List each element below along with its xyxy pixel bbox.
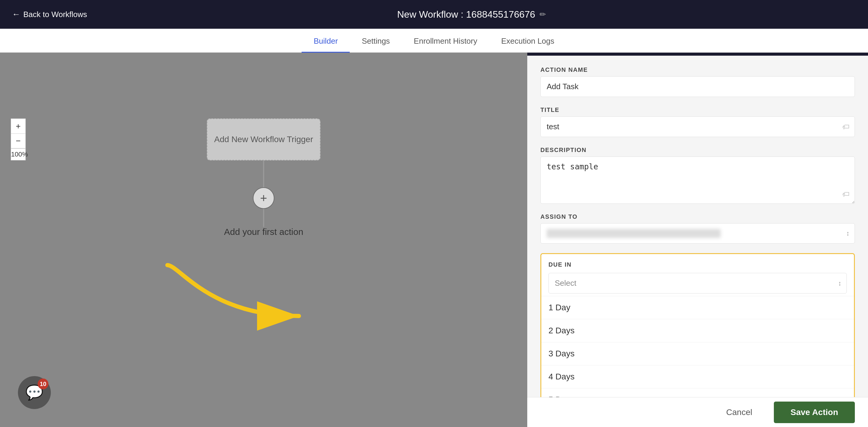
assign-to-group: ASSIGN TO ↕ (540, 214, 855, 244)
workflow-trigger-box[interactable]: Add New Workflow Trigger (207, 118, 320, 161)
due-in-section: DUE IN Select ↕ 1 Day 2 Days 3 Days 4 Da… (540, 253, 855, 397)
assign-to-select[interactable] (540, 223, 855, 244)
zoom-level: 100% (11, 148, 26, 161)
action-name-label: ACTION NAME (540, 66, 855, 73)
assign-to-wrapper: ↕ (540, 223, 855, 244)
edit-icon[interactable]: ✏ (539, 10, 546, 19)
workflow-canvas: + − 100% Add New Workflow Trigger + Add … (0, 53, 527, 427)
save-action-button[interactable]: Save Action (774, 402, 855, 423)
due-in-dropdown-list: 1 Day 2 Days 3 Days 4 Days 5 Days Now (541, 296, 854, 397)
notification-count: 10 (38, 378, 49, 389)
back-button[interactable]: ← Back to Workflows (12, 9, 87, 19)
due-in-select[interactable]: Select (549, 273, 847, 293)
connector-line-top (263, 161, 264, 187)
tab-bar: Builder Settings Enrollment History Exec… (0, 29, 868, 53)
title-input[interactable] (540, 116, 855, 137)
title-input-wrapper: 🏷 (540, 116, 855, 137)
description-group: DESCRIPTION test sample 🏷 (540, 147, 855, 204)
due-in-label: DUE IN (541, 254, 854, 273)
add-first-action-label: Add your first action (224, 227, 303, 237)
dropdown-item-4days[interactable]: 4 Days (541, 365, 854, 389)
action-name-input[interactable] (540, 76, 855, 97)
description-label: DESCRIPTION (540, 147, 855, 153)
zoom-in-button[interactable]: + (11, 118, 26, 134)
assign-to-label: ASSIGN TO (540, 214, 855, 220)
due-in-select-wrapper: Select ↕ (549, 273, 847, 293)
assign-to-blurred (547, 229, 721, 238)
title-group: TITLE 🏷 (540, 107, 855, 137)
workflow-title-text: New Workflow : 1688455176676 (397, 9, 535, 20)
bottom-bar: Cancel Save Action (527, 397, 868, 427)
tab-builder[interactable]: Builder (302, 36, 350, 53)
dropdown-item-5days[interactable]: 5 Days (541, 389, 854, 397)
back-button-label: Back to Workflows (23, 10, 87, 19)
cancel-button[interactable]: Cancel (712, 402, 767, 423)
zoom-out-button[interactable]: − (11, 134, 26, 148)
add-action-plus-icon: + (260, 192, 267, 205)
description-input-wrapper: test sample 🏷 (540, 156, 855, 204)
tab-enrollment-history[interactable]: Enrollment History (402, 36, 489, 53)
back-arrow-icon: ← (12, 9, 20, 19)
description-tag-icon: 🏷 (842, 190, 849, 198)
zoom-controls: + − 100% (11, 118, 26, 161)
connector-line-bottom (263, 209, 264, 227)
right-panel: Task Notification Create a new Task with… (527, 0, 868, 427)
description-input[interactable]: test sample (540, 156, 855, 204)
title-label: TITLE (540, 107, 855, 113)
workflow-title: New Workflow : 1688455176676 ✏ (87, 9, 856, 20)
dropdown-item-1day[interactable]: 1 Day (541, 296, 854, 319)
action-name-group: ACTION NAME (540, 66, 855, 97)
due-in-select-row: Select ↕ (541, 273, 854, 293)
dropdown-item-2days[interactable]: 2 Days (541, 319, 854, 342)
title-tag-icon: 🏷 (842, 123, 849, 131)
arrow-annotation (150, 256, 323, 346)
top-bar: ← Back to Workflows New Workflow : 16884… (0, 0, 868, 29)
panel-body: ACTION NAME TITLE 🏷 DESCRIPTION test sam… (527, 56, 868, 397)
add-action-button[interactable]: + (253, 187, 274, 209)
notification-badge[interactable]: 💬 10 (18, 376, 51, 409)
tab-execution-logs[interactable]: Execution Logs (489, 36, 566, 53)
tab-settings[interactable]: Settings (350, 36, 402, 53)
dropdown-item-3days[interactable]: 3 Days (541, 342, 854, 365)
trigger-box-label: Add New Workflow Trigger (214, 134, 313, 145)
